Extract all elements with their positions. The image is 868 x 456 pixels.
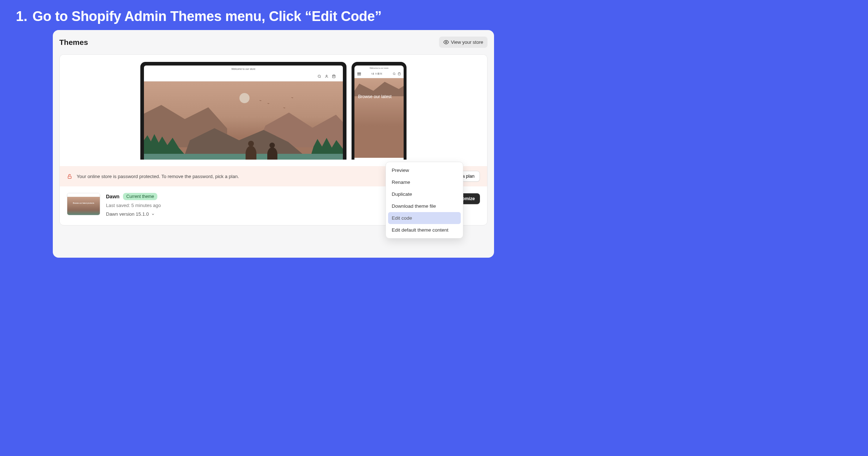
themes-panel: Themes View your store Welcome to our st…	[53, 30, 494, 258]
hero-illustration: ~ ~ ~ ~	[144, 81, 343, 160]
instruction-text: Go to Shopify Admin Themes menu, Click “…	[33, 9, 382, 24]
chevron-down-icon	[151, 212, 155, 216]
view-store-button[interactable]: View your store	[439, 37, 488, 48]
theme-version-label: Dawn version 15.1.0	[106, 211, 149, 217]
theme-version-dropdown[interactable]: Dawn version 15.1.0	[106, 211, 155, 217]
store-welcome-bar: Welcome to our store	[144, 66, 343, 72]
hamburger-icon	[357, 72, 361, 75]
dropdown-item-preview[interactable]: Preview	[388, 164, 461, 176]
theme-thumbnail: Browse our latest products	[67, 193, 100, 215]
desktop-preview: Welcome to our store ~ ~ ~ ~	[140, 62, 346, 160]
theme-previews: Welcome to our store ~ ~ ~ ~	[67, 62, 480, 160]
svg-point-3	[326, 75, 327, 76]
mobile-store-name: 내 스토어	[371, 72, 382, 76]
bag-icon	[398, 72, 401, 75]
page-title: Themes	[59, 38, 88, 47]
dropdown-item-edit-code[interactable]: Edit code	[388, 212, 461, 224]
search-icon	[318, 75, 321, 78]
dropdown-item-download-theme-file[interactable]: Download theme file	[388, 200, 461, 212]
account-icon	[325, 75, 328, 78]
more-actions-dropdown: PreviewRenameDuplicateDownload theme fil…	[386, 162, 463, 238]
theme-name: Dawn	[106, 194, 119, 199]
search-icon	[393, 72, 396, 75]
last-saved-text: Last saved: 5 minutes ago	[106, 203, 426, 208]
svg-line-2	[320, 77, 321, 78]
svg-point-5	[393, 73, 395, 75]
mobile-nav: 내 스토어	[354, 71, 404, 78]
theme-info: Dawn Current theme Last saved: 5 minutes…	[106, 193, 426, 217]
svg-rect-8	[68, 176, 71, 178]
dropdown-item-edit-default-theme-content[interactable]: Edit default theme content	[388, 224, 461, 236]
mobile-hero-text: Browse our latest	[358, 94, 400, 99]
mobile-welcome-bar: Welcome to our store	[354, 66, 404, 71]
panel-header: Themes View your store	[59, 37, 488, 48]
mobile-preview: Welcome to our store 내 스토어 Browse our l	[352, 62, 407, 160]
svg-point-1	[318, 75, 320, 77]
theme-card: Welcome to our store ~ ~ ~ ~	[59, 54, 488, 225]
svg-point-0	[445, 42, 447, 43]
dropdown-item-duplicate[interactable]: Duplicate	[388, 188, 461, 200]
lock-icon	[67, 174, 72, 179]
bag-icon	[332, 75, 336, 78]
current-theme-badge: Current theme	[123, 193, 157, 200]
store-nav	[144, 72, 343, 81]
svg-line-6	[395, 75, 395, 75]
thumb-hero-text: Browse our latest products	[67, 202, 100, 204]
mobile-hero-illustration: Browse our latest	[354, 78, 404, 158]
instruction-header: 1. Go to Shopify Admin Themes menu, Clic…	[0, 0, 547, 30]
eye-icon	[443, 39, 449, 45]
view-store-label: View your store	[451, 39, 483, 45]
dropdown-item-rename[interactable]: Rename	[388, 176, 461, 188]
instruction-number: 1.	[16, 9, 27, 24]
